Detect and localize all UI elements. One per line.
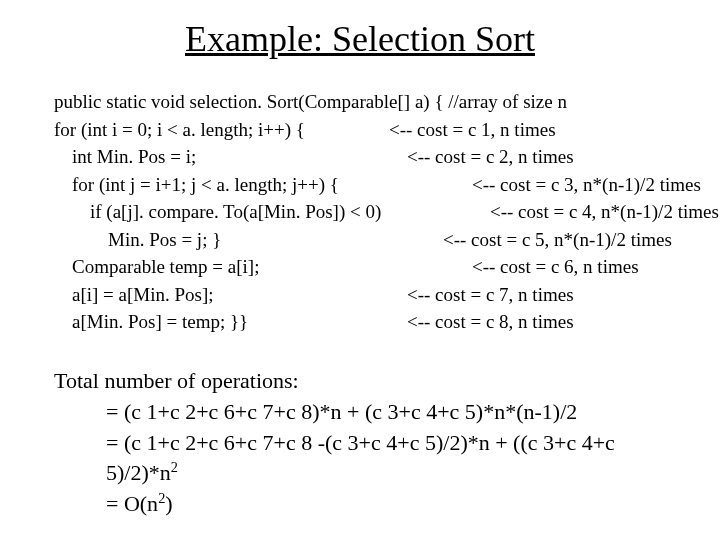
code-text: int Min. Pos = i; [54, 143, 407, 171]
code-note: <-- cost = c 3, n*(n-1)/2 times [472, 174, 701, 195]
code-line: public static void selection. Sort(Compa… [54, 88, 666, 116]
code-text: Min. Pos = j; } [54, 226, 443, 254]
eq-text: ) [165, 491, 172, 516]
code-note: <-- cost = c 6, n times [472, 256, 639, 277]
code-note: <-- cost = c 2, n times [407, 146, 574, 167]
code-line: int Min. Pos = i;<-- cost = c 2, n times [54, 143, 666, 171]
summary-block: Total number of operations: = (c 1+c 2+c… [54, 366, 666, 520]
code-text: for (int j = i+1; j < a. length; j++) { [54, 171, 472, 199]
slide: Example: Selection Sort public static vo… [0, 0, 720, 540]
summary-heading: Total number of operations: [54, 366, 666, 397]
code-line: if (a[j]. compare. To(a[Min. Pos]) < 0)<… [54, 198, 666, 226]
code-line: a[i] = a[Min. Pos];<-- cost = c 7, n tim… [54, 281, 666, 309]
code-line: a[Min. Pos] = temp; }}<-- cost = c 8, n … [54, 308, 666, 336]
code-text: a[i] = a[Min. Pos]; [54, 281, 407, 309]
code-note: <-- cost = c 5, n*(n-1)/2 times [443, 229, 672, 250]
eq-sup: 2 [171, 459, 178, 475]
code-note: <-- cost = c 7, n times [407, 284, 574, 305]
slide-title: Example: Selection Sort [54, 18, 666, 60]
code-text: Comparable temp = a[i]; [54, 253, 472, 281]
code-text: a[Min. Pos] = temp; }} [54, 308, 407, 336]
code-text: public static void selection. Sort(Compa… [54, 88, 654, 116]
code-text: if (a[j]. compare. To(a[Min. Pos]) < 0) [54, 198, 490, 226]
code-line: Comparable temp = a[i];<-- cost = c 6, n… [54, 253, 666, 281]
code-line: for (int i = 0; i < a. length; i++) {<--… [54, 116, 666, 144]
code-note: <-- cost = c 1, n times [389, 119, 556, 140]
code-note: <-- cost = c 8, n times [407, 311, 574, 332]
code-text: for (int i = 0; i < a. length; i++) { [54, 116, 389, 144]
code-note: <-- cost = c 4, n*(n-1)/2 times [490, 201, 719, 222]
code-block: public static void selection. Sort(Compa… [54, 88, 666, 336]
summary-eq: = (c 1+c 2+c 6+c 7+c 8 -(c 3+c 4+c 5)/2)… [54, 428, 666, 490]
code-line: Min. Pos = j; }<-- cost = c 5, n*(n-1)/2… [54, 226, 666, 254]
summary-eq: = (c 1+c 2+c 6+c 7+c 8)*n + (c 3+c 4+c 5… [54, 397, 666, 428]
summary-eq: = O(n2) [54, 489, 666, 520]
eq-text: = (c 1+c 2+c 6+c 7+c 8 -(c 3+c 4+c 5)/2)… [106, 430, 615, 486]
code-line: for (int j = i+1; j < a. length; j++) {<… [54, 171, 666, 199]
eq-text: = O(n [106, 491, 158, 516]
